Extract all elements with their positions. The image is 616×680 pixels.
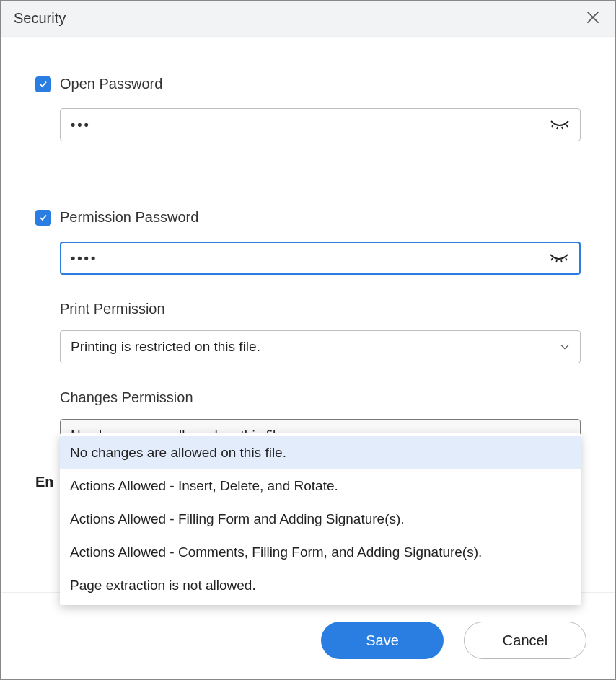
print-permission-value: Printing is restricted on this file. — [71, 339, 260, 355]
eye-closed-icon[interactable] — [550, 118, 570, 131]
changes-option[interactable]: Actions Allowed - Comments, Filling Form… — [60, 536, 581, 569]
changes-option[interactable]: Actions Allowed - Filling Form and Addin… — [60, 503, 581, 536]
changes-option[interactable]: No changes are allowed on this file. — [60, 436, 581, 469]
permission-password-checkbox[interactable] — [35, 210, 51, 226]
encryption-label: En — [35, 474, 56, 490]
permission-password-label: Permission Password — [60, 209, 198, 226]
open-password-input[interactable]: ••• — [60, 108, 581, 141]
changes-option[interactable]: Actions Allowed - Insert, Delete, and Ro… — [60, 469, 581, 503]
permission-password-input[interactable]: •••• — [60, 242, 581, 275]
changes-option[interactable]: Page extraction is not allowed. — [60, 569, 581, 602]
open-password-section: Open Password ••• — [35, 76, 581, 141]
print-permission-label: Print Permission — [60, 301, 581, 317]
eye-closed-icon[interactable] — [549, 252, 569, 265]
dialog-title: Security — [14, 10, 66, 27]
open-password-checkbox[interactable] — [35, 76, 51, 92]
cancel-button[interactable]: Cancel — [464, 622, 586, 659]
open-password-value: ••• — [71, 118, 91, 133]
open-password-label: Open Password — [60, 76, 162, 92]
print-permission-select[interactable]: Printing is restricted on this file. — [60, 330, 581, 363]
print-permission-group: Print Permission Printing is restricted … — [60, 301, 581, 363]
changes-permission-dropdown: No changes are allowed on this file. Act… — [60, 433, 581, 605]
chevron-down-icon — [560, 343, 570, 350]
permission-password-section: Permission Password •••• Print Permissio… — [35, 209, 581, 452]
permission-password-value: •••• — [71, 251, 97, 266]
dialog-footer: Save Cancel — [321, 622, 586, 659]
save-button[interactable]: Save — [321, 622, 444, 659]
changes-permission-label: Changes Permission — [60, 389, 581, 406]
close-icon[interactable] — [584, 8, 602, 30]
dialog-titlebar: Security — [1, 1, 615, 37]
